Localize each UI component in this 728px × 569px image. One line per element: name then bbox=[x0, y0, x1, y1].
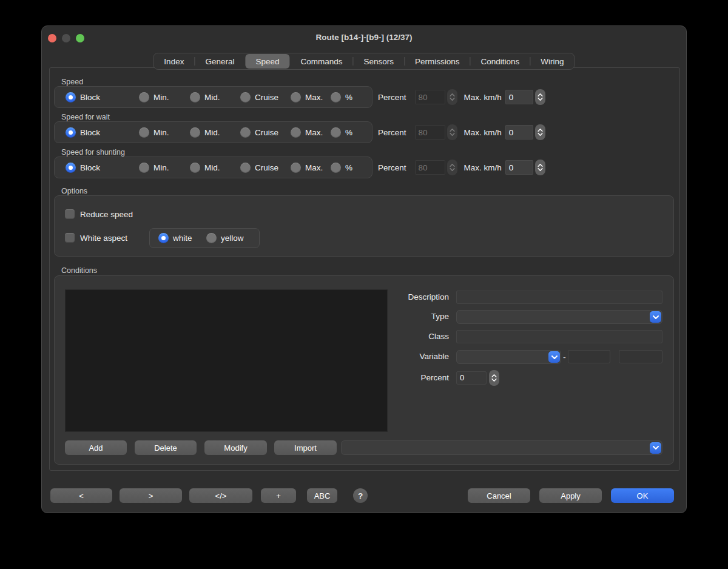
variable-dropdown[interactable] bbox=[456, 350, 561, 364]
radio-icon[interactable] bbox=[331, 127, 341, 138]
radio-option-min[interactable]: Min. bbox=[139, 87, 169, 107]
speed-shunting-radio-group: Block Min. Mid. Cruise Max. % bbox=[54, 157, 372, 178]
abc-button[interactable]: ABC bbox=[307, 488, 337, 503]
radio-option-max[interactable]: Max. bbox=[291, 157, 323, 178]
radio-icon[interactable] bbox=[139, 127, 149, 138]
variable-extra-field[interactable] bbox=[619, 350, 662, 363]
max-kmh-field[interactable]: 0 bbox=[505, 90, 533, 104]
conditions-list[interactable] bbox=[65, 289, 388, 432]
percent-field[interactable]: 80 bbox=[415, 125, 445, 140]
radio-icon[interactable] bbox=[206, 233, 217, 243]
radio-option-max[interactable]: Max. bbox=[291, 87, 323, 107]
radio-icon[interactable] bbox=[190, 163, 200, 173]
help-button[interactable]: ? bbox=[353, 488, 368, 503]
radio-option-mid[interactable]: Mid. bbox=[190, 87, 220, 107]
modify-button[interactable]: Modify bbox=[204, 440, 267, 455]
tab-speed[interactable]: Speed bbox=[245, 54, 289, 69]
cancel-button[interactable]: Cancel bbox=[468, 488, 530, 503]
percent-stepper[interactable] bbox=[447, 89, 457, 105]
add-button[interactable]: Add bbox=[65, 440, 127, 455]
tab-index[interactable]: Index bbox=[153, 53, 194, 69]
radio-icon[interactable] bbox=[139, 92, 149, 103]
max-kmh-field[interactable]: 0 bbox=[505, 125, 533, 140]
add-new-button[interactable]: + bbox=[261, 488, 296, 503]
radio-icon[interactable] bbox=[66, 127, 76, 138]
max-kmh-stepper[interactable] bbox=[535, 160, 545, 175]
percent-field[interactable]: 80 bbox=[415, 160, 445, 175]
radio-icon[interactable] bbox=[291, 92, 301, 103]
percent-stepper[interactable] bbox=[447, 124, 457, 140]
description-label: Description bbox=[364, 291, 449, 304]
radio-option-mid[interactable]: Mid. bbox=[190, 122, 220, 143]
radio-option-mid[interactable]: Mid. bbox=[190, 157, 220, 178]
radio-icon[interactable] bbox=[139, 163, 149, 173]
delete-button[interactable]: Delete bbox=[135, 440, 197, 455]
radio-icon[interactable] bbox=[291, 127, 301, 138]
description-field[interactable] bbox=[456, 291, 662, 304]
percent-field[interactable]: 80 bbox=[415, 90, 445, 104]
reduce-speed-checkbox[interactable] bbox=[65, 209, 75, 219]
import-button[interactable]: Import bbox=[274, 440, 337, 455]
minimize-button[interactable] bbox=[62, 34, 70, 42]
max-kmh-stepper[interactable] bbox=[535, 124, 545, 140]
condition-percent-stepper[interactable] bbox=[489, 370, 499, 386]
radio-option-block[interactable]: Block bbox=[66, 157, 100, 178]
code-button[interactable]: </> bbox=[189, 488, 252, 503]
class-field[interactable] bbox=[456, 330, 662, 343]
radio-icon[interactable] bbox=[240, 92, 251, 103]
speed-values-row: Percent 80 Max. km/h 0 bbox=[378, 86, 545, 108]
radio-option-block[interactable]: Block bbox=[66, 87, 100, 107]
radio-option-cruise[interactable]: Cruise bbox=[240, 87, 278, 107]
tab-general[interactable]: General bbox=[195, 53, 244, 69]
zoom-button[interactable] bbox=[76, 34, 84, 42]
radio-option-percent[interactable]: % bbox=[331, 122, 352, 143]
close-button[interactable] bbox=[48, 34, 56, 42]
radio-option-min[interactable]: Min. bbox=[139, 122, 169, 143]
variable-min-field[interactable] bbox=[568, 350, 610, 363]
prev-route-button[interactable]: < bbox=[50, 488, 112, 503]
chevron-down-icon[interactable] bbox=[650, 442, 661, 454]
radio-label: Mid. bbox=[204, 93, 220, 102]
chevron-down-icon[interactable] bbox=[548, 351, 560, 363]
radio-option-percent[interactable]: % bbox=[331, 157, 352, 178]
conditions-import-dropdown[interactable] bbox=[341, 440, 662, 455]
section-label-speed-shunting: Speed for shunting bbox=[61, 148, 125, 157]
white-aspect-checkbox[interactable] bbox=[65, 233, 75, 243]
radio-label: Cruise bbox=[255, 128, 278, 137]
ok-button[interactable]: OK bbox=[611, 488, 674, 503]
radio-icon[interactable] bbox=[291, 163, 301, 173]
radio-icon[interactable] bbox=[66, 163, 76, 173]
max-kmh-stepper[interactable] bbox=[535, 89, 545, 105]
radio-option-max[interactable]: Max. bbox=[291, 122, 323, 143]
radio-icon[interactable] bbox=[240, 127, 251, 138]
radio-option-white[interactable]: white bbox=[158, 229, 192, 247]
tab-commands[interactable]: Commands bbox=[290, 53, 352, 69]
radio-icon[interactable] bbox=[240, 163, 251, 173]
radio-icon[interactable] bbox=[158, 233, 169, 243]
tab-sensors[interactable]: Sensors bbox=[354, 53, 405, 69]
radio-option-block[interactable]: Block bbox=[66, 122, 100, 143]
percent-stepper[interactable] bbox=[447, 160, 457, 175]
radio-option-cruise[interactable]: Cruise bbox=[240, 122, 278, 143]
radio-icon[interactable] bbox=[331, 163, 341, 173]
radio-icon[interactable] bbox=[331, 92, 341, 103]
radio-icon[interactable] bbox=[66, 92, 76, 103]
radio-icon[interactable] bbox=[190, 92, 200, 103]
radio-icon[interactable] bbox=[190, 127, 200, 138]
tab-wiring[interactable]: Wiring bbox=[530, 53, 574, 69]
radio-option-min[interactable]: Min. bbox=[139, 157, 169, 178]
condition-percent-field[interactable]: 0 bbox=[456, 371, 487, 385]
tab-permissions[interactable]: Permissions bbox=[405, 53, 470, 69]
next-route-button[interactable]: > bbox=[120, 488, 182, 503]
max-kmh-field[interactable]: 0 bbox=[505, 160, 533, 175]
radio-option-percent[interactable]: % bbox=[331, 87, 352, 107]
variable-range-dash: - bbox=[563, 352, 566, 362]
percent-label: Percent bbox=[378, 163, 406, 172]
tab-conditions[interactable]: Conditions bbox=[471, 53, 530, 69]
type-dropdown[interactable] bbox=[456, 310, 662, 324]
chevron-down-icon[interactable] bbox=[650, 311, 661, 323]
radio-label: Min. bbox=[153, 128, 169, 137]
radio-option-cruise[interactable]: Cruise bbox=[240, 157, 278, 178]
radio-option-yellow[interactable]: yellow bbox=[206, 229, 244, 247]
apply-button[interactable]: Apply bbox=[539, 488, 602, 503]
